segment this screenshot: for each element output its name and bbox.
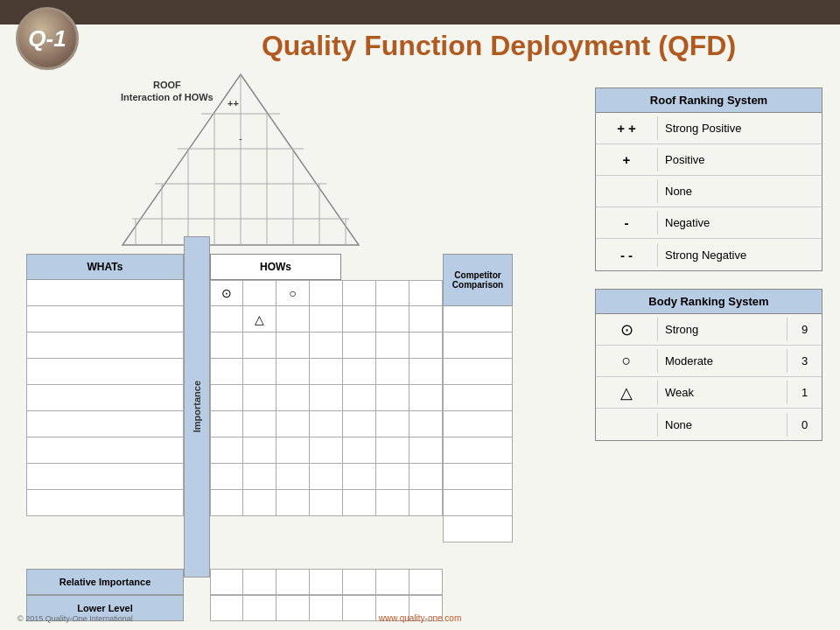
grid-cell [210, 332, 243, 359]
logo: Q-1 [16, 7, 79, 70]
grid-container: ⊙ ○ △ [210, 280, 443, 516]
grid-cell [410, 385, 443, 411]
roof-minus: - [239, 133, 242, 144]
grid-row: ⊙ ○ [210, 280, 443, 306]
grid-cell [343, 359, 376, 385]
strong-body-value: 9 [787, 318, 822, 341]
body-row-none: None 0 [596, 409, 822, 440]
circle-icon: ○ [289, 286, 296, 300]
rel-cell [276, 569, 310, 595]
grid-cell [376, 490, 410, 516]
roof-triangle: ++ - [109, 70, 372, 258]
strong-positive-label: Strong Positive [657, 116, 822, 140]
rel-cell [310, 569, 343, 595]
none-body-value: 0 [787, 413, 822, 437]
grid-cell [410, 359, 443, 385]
ranking-row-positive: + Positive [596, 144, 822, 176]
grid-cell [276, 332, 310, 359]
grid-cell [410, 464, 443, 490]
body-ranking-title: Body Ranking System [596, 290, 822, 314]
whats-row [26, 411, 184, 438]
whats-row [26, 385, 184, 411]
whats-row [26, 280, 184, 306]
relative-importance-label: Relative Importance [26, 569, 184, 595]
competitor-row [443, 516, 513, 542]
grid-cell [343, 464, 376, 490]
triangle-icon: △ [255, 312, 264, 326]
right-panels: Roof Ranking System + + Strong Positive … [595, 88, 822, 441]
grid-cell [310, 359, 343, 385]
grid-cell [343, 411, 376, 438]
grid-cell [310, 438, 343, 464]
competitor-row [443, 438, 513, 464]
rel-cell [343, 569, 376, 595]
grid-cell [376, 464, 410, 490]
grid-cell [276, 359, 310, 385]
grid-cell [276, 438, 310, 464]
grid-cell [243, 359, 276, 385]
positive-symbol: + [596, 152, 657, 167]
importance-label: Importance [192, 381, 202, 432]
hows-header: HOWs [210, 254, 341, 280]
whats-row [26, 306, 184, 332]
moderate-body-symbol: ○ [596, 352, 657, 370]
grid-cell [243, 411, 276, 438]
negative-symbol: - [596, 215, 657, 230]
grid-cell [343, 490, 376, 516]
ranking-row-strong-negative: - - Strong Negative [596, 239, 822, 270]
rel-cell [410, 569, 443, 595]
grid-cell [243, 490, 276, 516]
moderate-body-label: Moderate [657, 349, 787, 373]
competitor-row [443, 332, 513, 359]
roof-plus-plus: ++ [228, 98, 239, 108]
relative-importance-cells [210, 569, 443, 595]
grid-cell [276, 385, 310, 411]
grid-row: △ [210, 306, 443, 332]
grid-cell: ⊙ [210, 280, 243, 306]
none-label: None [657, 179, 822, 203]
grid-cell [343, 385, 376, 411]
grid-cell [310, 464, 343, 490]
competitor-label: CompetitorComparison [452, 270, 503, 290]
grid-cell [410, 438, 443, 464]
grid-cell [210, 359, 243, 385]
grid-cell [310, 280, 343, 306]
grid-row [210, 385, 443, 411]
competitor-rows [443, 306, 513, 542]
competitor-row [443, 306, 513, 332]
grid-cell [376, 332, 410, 359]
negative-label: Negative [657, 211, 822, 234]
grid-cell: △ [243, 306, 276, 332]
grid-row [210, 359, 443, 385]
bullseye-icon: ⊙ [221, 286, 232, 300]
grid-cell [210, 306, 243, 332]
strong-body-symbol: ⊙ [596, 320, 657, 340]
grid-cell [276, 306, 310, 332]
competitor-row [443, 464, 513, 490]
grid-cell: ○ [276, 280, 310, 306]
body-ranking-panel: Body Ranking System ⊙ Strong 9 ○ Moderat… [595, 289, 822, 441]
grid-cell [210, 464, 243, 490]
grid-cell [343, 280, 376, 306]
grid-cell [376, 411, 410, 438]
grid-cell [410, 306, 443, 332]
footer-website: www.quality-one.com [0, 613, 840, 623]
weak-body-label: Weak [657, 381, 787, 404]
strong-positive-symbol: + + [596, 121, 657, 136]
ranking-row-none: None [596, 176, 822, 207]
grid-cell [310, 332, 343, 359]
positive-label: Positive [657, 148, 822, 172]
grid-cell [376, 385, 410, 411]
strong-body-label: Strong [657, 318, 787, 341]
grid-cell [310, 411, 343, 438]
competitor-row [443, 490, 513, 516]
grid-row [210, 490, 443, 516]
grid-cell [410, 490, 443, 516]
grid-cell [276, 464, 310, 490]
importance-column: Importance [184, 236, 210, 578]
strong-negative-label: Strong Negative [657, 243, 822, 267]
rel-cell [243, 569, 276, 595]
grid-cell [210, 438, 243, 464]
whats-row [26, 490, 184, 516]
whats-row [26, 464, 184, 490]
